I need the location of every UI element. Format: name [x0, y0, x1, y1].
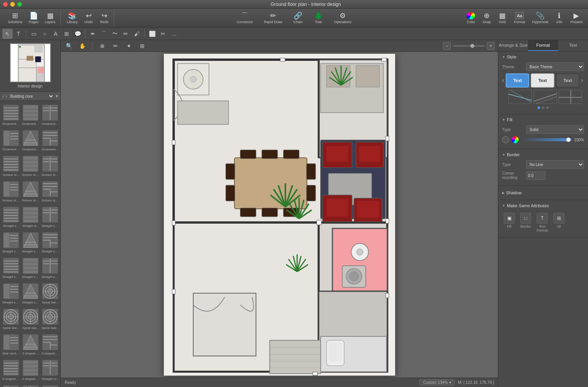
attr-border-btn[interactable]: □ Border: [519, 211, 533, 234]
format-button[interactable]: Aa Format: [511, 11, 528, 25]
library-shape-ornamental2[interactable]: Ornamental ...: [21, 102, 40, 127]
rectangle-tool[interactable]: ▭: [29, 29, 39, 39]
library-shape-divided1[interactable]: Divided ret...: [21, 383, 40, 387]
library-shape-ornamental4[interactable]: Ornamental ...: [41, 128, 60, 153]
library-shape-stair_section[interactable]: Stair section: [2, 332, 20, 357]
canvas-hand[interactable]: ✋: [77, 41, 87, 51]
maximize-button[interactable]: [17, 2, 22, 7]
fill-type-select[interactable]: Solid Gradient None: [526, 125, 584, 134]
fill-section-header[interactable]: ▼ Fill: [502, 117, 584, 122]
library-shape-spiral1[interactable]: Spiral stai...: [41, 281, 60, 306]
zoom-slider[interactable]: [453, 45, 485, 47]
brush-tool[interactable]: 🖌: [132, 29, 142, 39]
pages-button[interactable]: 📄 Pages: [26, 11, 41, 25]
library-shape-scissor4[interactable]: Scissor sta...: [2, 179, 20, 204]
library-shape-scissor5[interactable]: Scissor sta...: [21, 179, 40, 204]
zoom-display[interactable]: Custom 134% ▾: [419, 380, 455, 385]
floor-plan-canvas[interactable]: [164, 54, 395, 376]
style-preset-dark[interactable]: Text: [556, 73, 579, 88]
library-shape-divided2[interactable]: Divided retu...: [41, 383, 60, 387]
library-shape-ornamentals2[interactable]: Ornamental ...: [21, 128, 40, 153]
attr-all-btn[interactable]: ⊞ All: [552, 211, 566, 234]
library-shape-zshaped4[interactable]: Z-shaped st...: [21, 358, 40, 382]
border-section-header[interactable]: ▼ Border: [502, 152, 584, 157]
library-shape-straight11[interactable]: Straight sta...: [21, 281, 40, 306]
canvas-wrapper[interactable]: [61, 52, 498, 378]
style-preset-diag3[interactable]: [559, 90, 582, 104]
zoom-in[interactable]: +: [487, 42, 495, 50]
library-dropdown-icon[interactable]: ▾: [56, 93, 58, 99]
ellipse-tool[interactable]: ○: [40, 29, 50, 39]
library-shape-spiral3[interactable]: Spiral stai...: [21, 307, 40, 331]
style-preset-diag2[interactable]: [534, 90, 557, 104]
corner-rounding-input[interactable]: [526, 171, 546, 180]
close-button[interactable]: [3, 2, 8, 7]
library-next[interactable]: ›: [5, 93, 7, 99]
preset-prev[interactable]: ‹: [502, 77, 504, 84]
color-wheel[interactable]: [512, 136, 519, 143]
library-shape-straight10[interactable]: Straight sta...: [2, 281, 20, 306]
style-preset-light[interactable]: Text: [531, 73, 554, 88]
attr-text-format-btn[interactable]: T TextFormat: [535, 211, 550, 234]
library-shape-straight_run[interactable]: Straight run ...: [2, 383, 20, 387]
library-shape-straight5[interactable]: Straight sta...: [21, 230, 40, 255]
library-shape-straight9[interactable]: Straight sta...: [41, 256, 60, 280]
text3-tool[interactable]: A: [51, 29, 61, 39]
library-shape-ornamental1[interactable]: Ornamental ...: [2, 102, 20, 127]
library-shape-spiral4[interactable]: Spiral stair...: [41, 307, 60, 331]
style-preset-blue[interactable]: Text: [506, 73, 529, 88]
redo-button[interactable]: ↪ Redo: [97, 11, 111, 25]
style-section-header[interactable]: ▼ Style: [502, 55, 584, 59]
chain-button[interactable]: 🔗 Chain: [291, 11, 305, 25]
pencil-tool[interactable]: ✏: [121, 29, 131, 39]
canvas-pencil[interactable]: ✏: [111, 41, 121, 51]
library-shape-straight6[interactable]: Straight sta...: [41, 230, 60, 255]
rapid-draw-button[interactable]: ✏ Rapid Draw: [261, 11, 285, 25]
zoom-out[interactable]: −: [443, 42, 451, 50]
more-tools[interactable]: …: [169, 29, 179, 39]
connector-button[interactable]: ⌒ Connector: [234, 11, 256, 25]
tree-button[interactable]: 🌲 Tree: [311, 11, 325, 25]
library-shape-zshaped3[interactable]: Z-shaped s...: [2, 358, 20, 382]
preset-next[interactable]: ›: [581, 77, 583, 84]
library-shape-zshaped2[interactable]: Z-shaped st...: [41, 332, 60, 357]
comment-tool[interactable]: 💬: [73, 29, 83, 39]
make-same-header[interactable]: ▼ Make Same Attributes: [502, 203, 584, 208]
border-type-select[interactable]: No Line Solid Dashed: [526, 160, 584, 169]
library-shape-spiral2[interactable]: Spiral stai...: [2, 307, 20, 331]
color-button[interactable]: Color: [464, 11, 478, 25]
library-shape-scissor6[interactable]: Scissor sta...: [41, 179, 60, 204]
solutions-button[interactable]: ⊞ Solutions: [5, 11, 25, 25]
crop-tool[interactable]: ✂: [158, 29, 168, 39]
library-shape-straight2[interactable]: Straight st...: [21, 204, 40, 229]
library-shape-straight8[interactable]: Straight sta...: [21, 256, 40, 280]
hypernote-button[interactable]: 📎 Hypernote: [530, 11, 551, 25]
theme-select[interactable]: Basic Theme Modern Theme: [526, 62, 584, 71]
shadow-toggle[interactable]: ▶ Shadow: [502, 189, 584, 197]
library-shape-straight1[interactable]: Straight s...: [2, 204, 20, 229]
canvas-search[interactable]: 🔍: [64, 41, 74, 51]
table-tool[interactable]: ⊞: [62, 29, 72, 39]
library-shape-straight_ru[interactable]: Straight ru...: [41, 358, 60, 382]
minimize-button[interactable]: [10, 2, 15, 7]
library-button[interactable]: 📚 Library: [65, 11, 80, 25]
library-shape-zshaped1[interactable]: Z-shaped ...: [21, 332, 40, 357]
tab-format[interactable]: Format: [528, 40, 558, 51]
grid-button[interactable]: ▦ Grid: [495, 11, 509, 25]
thumbnail-container[interactable]: [10, 43, 51, 82]
present-button[interactable]: ▶ Present: [568, 11, 585, 25]
opacity-slider[interactable]: [521, 138, 572, 141]
library-shape-scissor1[interactable]: Scissor st...: [2, 153, 20, 178]
canvas-grid[interactable]: ⊞: [137, 41, 147, 51]
layers-button[interactable]: ▦ Layers: [43, 11, 58, 25]
undo-button[interactable]: ↩ Undo: [82, 11, 96, 25]
select-tool[interactable]: ↖: [2, 29, 13, 39]
curve-tool[interactable]: 〜: [110, 29, 120, 39]
tab-arrange-size[interactable]: Arrange & Size: [498, 40, 528, 51]
tab-text[interactable]: Text: [558, 40, 588, 51]
canvas-wand[interactable]: ✦: [124, 41, 134, 51]
canvas-anchor[interactable]: ⊕: [97, 41, 107, 51]
library-scroll[interactable]: Ornamental ... Ornamental ... Ornamental…: [0, 101, 60, 387]
library-shape-scissor3[interactable]: Scissor sta...: [41, 153, 60, 178]
snap-button[interactable]: ⊕ Snap: [479, 11, 494, 25]
